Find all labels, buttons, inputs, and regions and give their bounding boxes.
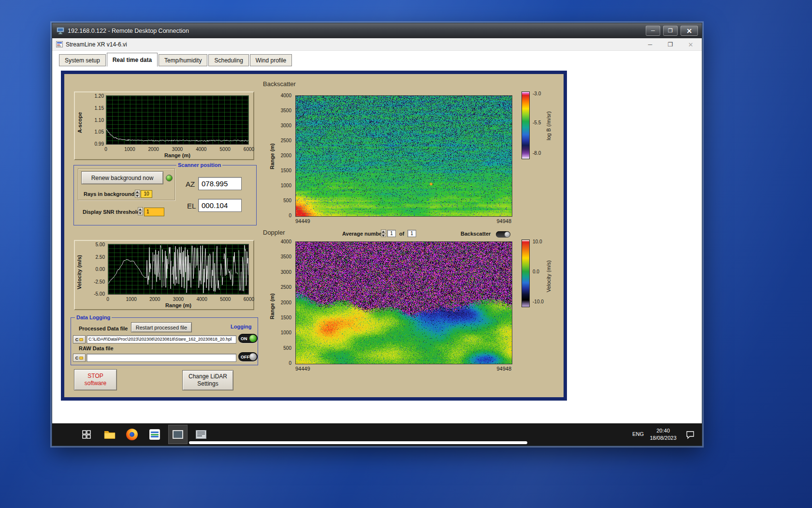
change-lidar-settings-button[interactable]: Change LiDAR Settings bbox=[182, 370, 233, 390]
doppler-colorbar: 10.0 0.0 -10.0 bbox=[522, 239, 530, 307]
data-logging-group: Data Logging Processed Data file Restart… bbox=[71, 317, 258, 365]
snr-increment-decrement[interactable] bbox=[138, 207, 143, 215]
notification-center-icon[interactable] bbox=[682, 427, 698, 442]
rdp-restore-button[interactable]: ❐ bbox=[663, 26, 678, 36]
decrement-arrow[interactable] bbox=[135, 194, 140, 197]
backscatter-colorbar: -3.0 -5.5 -8.0 bbox=[522, 91, 530, 159]
restart-processed-file-label: Restart processed file bbox=[136, 325, 187, 330]
data-logging-group-label: Data Logging bbox=[75, 314, 112, 320]
decrement-arrow[interactable] bbox=[381, 234, 386, 237]
axis-tick-label: 1000 bbox=[123, 297, 140, 302]
snr-threshold-label: Display SNR threshold bbox=[83, 209, 140, 215]
processed-path-drive-button[interactable]: C bbox=[73, 335, 86, 344]
increment-arrow[interactable] bbox=[381, 230, 386, 234]
processed-logging-toggle[interactable]: ON bbox=[238, 334, 258, 343]
raw-path-drive-button[interactable]: C bbox=[73, 354, 86, 362]
renew-background-label: Renew background now bbox=[91, 175, 154, 181]
lines-app-icon[interactable] bbox=[147, 427, 162, 442]
app-minimize-button[interactable]: ─ bbox=[643, 40, 657, 49]
doppler-heatmap-canvas bbox=[296, 242, 512, 364]
ascope-plot-area bbox=[106, 95, 249, 145]
axis-tick-label: 2500 bbox=[281, 138, 291, 143]
doppler-y-axis-ticks: 40003500300025002000150010005000 bbox=[270, 239, 291, 366]
ascope-canvas bbox=[106, 96, 248, 144]
tab-strip: System setup Real time data Temp/humidit… bbox=[52, 51, 702, 66]
axis-tick-label: 500 bbox=[283, 198, 291, 203]
folder-icon bbox=[79, 338, 83, 341]
app-titlebar[interactable]: StreamLine XR v14-6.vi ─ ❐ ✕ bbox=[52, 38, 702, 51]
stop-software-line2: software bbox=[85, 380, 106, 387]
tab-system-setup[interactable]: System setup bbox=[59, 54, 106, 66]
axis-tick-label: 1000 bbox=[281, 183, 291, 188]
doppler-colorbar-label: Velocity (m/s) bbox=[546, 242, 551, 310]
tab-scheduling[interactable]: Scheduling bbox=[208, 54, 248, 66]
elevation-readout: 000.104 bbox=[198, 199, 242, 212]
rdp-icon bbox=[57, 27, 64, 34]
snr-threshold-field[interactable]: 1 bbox=[144, 208, 164, 216]
increment-arrow[interactable] bbox=[138, 208, 143, 211]
backscatter-toggle-label: Backscatter bbox=[461, 231, 491, 237]
file-explorer-icon[interactable] bbox=[102, 427, 117, 442]
axis-tick-label: 0.99 bbox=[95, 141, 104, 147]
drive-letter: C bbox=[75, 356, 79, 360]
stop-software-line1: STOP bbox=[87, 373, 103, 380]
restart-processed-file-button[interactable]: Restart processed file bbox=[131, 322, 192, 332]
doppler-heatmap bbox=[295, 241, 512, 364]
app-restore-button[interactable]: ❐ bbox=[663, 40, 678, 49]
app-close-button[interactable]: ✕ bbox=[683, 40, 698, 49]
desktop-background: 192.168.0.122 - Remote Desktop Connectio… bbox=[0, 0, 812, 508]
average-of-field[interactable]: 1 bbox=[407, 230, 416, 237]
start-button[interactable] bbox=[79, 427, 94, 442]
increment-arrow[interactable] bbox=[135, 190, 140, 194]
backscatter-display-toggle[interactable] bbox=[496, 231, 510, 238]
scan-app-icon[interactable] bbox=[193, 427, 209, 442]
velocity-y-axis-ticks: 5.002.500.00-2.50-5.00 bbox=[85, 242, 105, 297]
active-app-taskbar-button[interactable] bbox=[168, 425, 188, 444]
raw-logging-toggle[interactable]: OFF bbox=[238, 352, 258, 361]
axis-tick-label: 5.00 bbox=[96, 242, 105, 247]
tab-temp-humidity[interactable]: Temp/humidity bbox=[159, 54, 207, 66]
language-indicator[interactable]: ENG bbox=[632, 431, 644, 437]
axis-tick-label: 500 bbox=[283, 345, 291, 351]
doppler-heading: Doppler bbox=[263, 229, 285, 236]
ascope-y-axis-ticks: 1.201.151.101.050.99 bbox=[86, 93, 104, 147]
toggle-off-lens-icon bbox=[249, 353, 257, 360]
logging-label: Logging bbox=[231, 324, 251, 329]
backscatter-time-start: 94449 bbox=[295, 218, 310, 224]
raw-data-file-path[interactable] bbox=[87, 354, 236, 362]
tab-real-time-data[interactable]: Real time data bbox=[107, 53, 158, 67]
processed-data-file-path[interactable]: C:\LiDAR\Data\Proc\2023\202308\20230818\… bbox=[87, 335, 236, 344]
folder-icon bbox=[79, 357, 83, 359]
velocity-x-axis-ticks: 0100020003000400050006000 bbox=[100, 297, 257, 302]
renew-background-button[interactable]: Renew background now bbox=[81, 171, 163, 184]
tab-wind-profile[interactable]: Wind profile bbox=[250, 54, 292, 66]
change-settings-line2: Settings bbox=[197, 380, 218, 388]
azimuth-readout: 078.995 bbox=[198, 177, 242, 190]
decrement-arrow[interactable] bbox=[138, 211, 143, 215]
backscatter-y-axis-ticks: 40003500300025002000150010005000 bbox=[270, 93, 291, 218]
axis-tick-label: 6000 bbox=[241, 297, 257, 302]
average-increment-decrement[interactable] bbox=[381, 229, 386, 237]
session-horizontal-scrollbar[interactable] bbox=[189, 441, 527, 444]
scanner-position-group-label: Scanner position bbox=[176, 162, 222, 168]
rays-in-background-field[interactable]: 10 bbox=[141, 190, 152, 198]
rdp-titlebar[interactable]: 192.168.0.122 - Remote Desktop Connectio… bbox=[52, 23, 702, 38]
doppler-time-start: 94449 bbox=[295, 366, 310, 372]
axis-tick-label: 1.15 bbox=[95, 105, 104, 111]
axis-tick-label: 5000 bbox=[217, 297, 233, 302]
ascope-x-axis-label: Range (m) bbox=[106, 152, 249, 158]
rdp-minimize-button[interactable]: ─ bbox=[646, 26, 660, 36]
doppler-time-labels: 94449 94948 bbox=[295, 366, 511, 372]
stop-software-button[interactable]: STOP software bbox=[74, 369, 117, 390]
average-number-field[interactable]: 1 bbox=[387, 230, 396, 237]
axis-tick-label: 0.00 bbox=[96, 267, 105, 272]
velocity-plot-box: Velocity (m/s) 5.002.500.00-2.50-5.00 01… bbox=[74, 240, 254, 310]
background-scanner-group: Scanner position Renew background now Ra… bbox=[73, 165, 257, 225]
rdp-close-button[interactable]: ✕ bbox=[681, 26, 698, 36]
background-group: Renew background now Rays in background … bbox=[78, 168, 175, 200]
clock[interactable]: 20:40 18/08/2023 bbox=[646, 427, 681, 442]
firefox-icon[interactable] bbox=[124, 427, 140, 442]
rays-increment-decrement[interactable] bbox=[135, 190, 140, 198]
backscatter-heatmap-canvas bbox=[296, 96, 512, 216]
rays-in-background-label: Rays in background bbox=[84, 191, 134, 197]
